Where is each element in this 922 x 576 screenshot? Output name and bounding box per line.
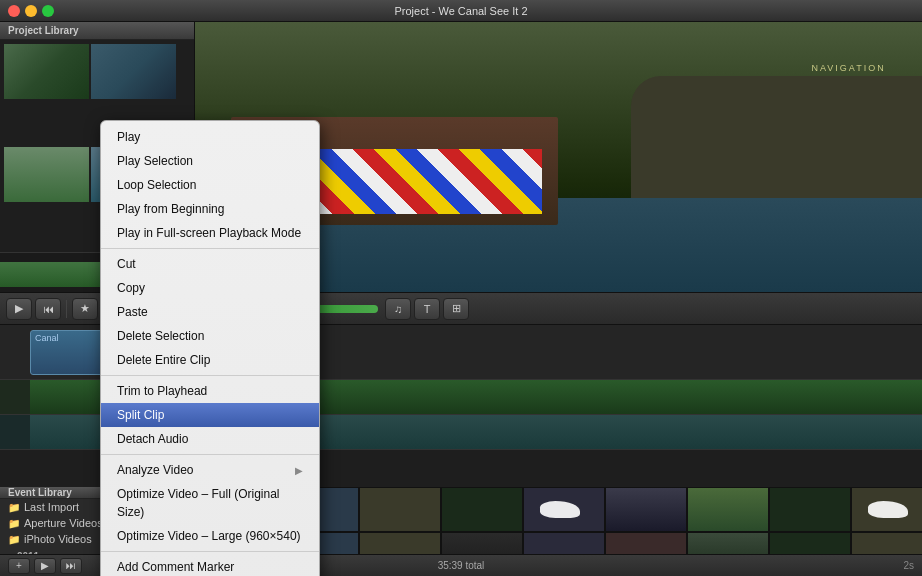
cm-optimize-large[interactable]: Optimize Video – Large (960×540): [101, 524, 319, 548]
film-thumb-8[interactable]: [769, 487, 851, 532]
total-duration: 35:39 total: [438, 560, 485, 571]
music-icon[interactable]: ♫: [385, 298, 411, 320]
theme-button[interactable]: ⊞: [443, 298, 469, 320]
star-button[interactable]: ★: [72, 298, 98, 320]
top-bar: Project - We Canal See It 2: [0, 0, 922, 22]
zoom-level: 2s: [903, 560, 914, 571]
project-thumb-1[interactable]: [4, 44, 89, 99]
swan-shape-1: [540, 501, 580, 518]
event-library-title: Event Library: [8, 487, 72, 498]
project-library-title: Project Library: [8, 25, 79, 36]
library-item-label-3: iPhoto Videos: [24, 533, 92, 545]
cm-loop-selection[interactable]: Loop Selection: [101, 173, 319, 197]
cm-play-fullscreen[interactable]: Play in Full-screen Playback Mode: [101, 221, 319, 245]
context-menu: Play Play Selection Loop Selection Play …: [100, 120, 320, 576]
cm-play[interactable]: Play: [101, 125, 319, 149]
skip-btn[interactable]: ⏭: [60, 558, 82, 574]
cm-analyze-video[interactable]: Analyze Video▶: [101, 458, 319, 482]
cm-add-comment[interactable]: Add Comment Marker: [101, 555, 319, 576]
text-button[interactable]: T: [414, 298, 440, 320]
film-thumb-5[interactable]: [523, 487, 605, 532]
add-button[interactable]: +: [8, 558, 30, 574]
cm-delete-selection[interactable]: Delete Selection: [101, 324, 319, 348]
play-button[interactable]: ▶: [6, 298, 32, 320]
clip-label: Canal: [35, 333, 59, 343]
cm-copy[interactable]: Copy: [101, 276, 319, 300]
cm-detach-audio[interactable]: Detach Audio: [101, 427, 319, 451]
film-thumb-9[interactable]: [851, 487, 922, 532]
cm-paste[interactable]: Paste: [101, 300, 319, 324]
library-item-label-2: Aperture Videos: [24, 517, 103, 529]
film-thumb-7[interactable]: [687, 487, 769, 532]
cm-play-selection[interactable]: Play Selection: [101, 149, 319, 173]
folder-icon-3: 📁: [8, 534, 20, 545]
status-left: + ▶ ⏭: [8, 558, 82, 574]
cm-split-clip[interactable]: Split Clip: [101, 403, 319, 427]
minimize-button[interactable]: [25, 5, 37, 17]
window-controls[interactable]: [8, 5, 54, 17]
rewind-button[interactable]: ⏮: [35, 298, 61, 320]
folder-icon: 📁: [8, 502, 20, 513]
maximize-button[interactable]: [42, 5, 54, 17]
cm-play-from-beginning[interactable]: Play from Beginning: [101, 197, 319, 221]
submenu-arrow: ▶: [295, 463, 303, 478]
close-button[interactable]: [8, 5, 20, 17]
toolbar-separator-1: [66, 300, 67, 318]
project-thumb-3[interactable]: [4, 147, 89, 202]
cm-optimize-full[interactable]: Optimize Video – Full (Original Size): [101, 482, 319, 524]
cm-sep-1: [101, 248, 319, 249]
film-thumb-6[interactable]: [605, 487, 687, 532]
cm-trim-playhead[interactable]: Trim to Playhead: [101, 379, 319, 403]
cm-sep-4: [101, 551, 319, 552]
project-library-header: Project Library: [0, 22, 194, 40]
folder-icon-2: 📁: [8, 518, 20, 529]
play-status-btn[interactable]: ▶: [34, 558, 56, 574]
window-title: Project - We Canal See It 2: [394, 5, 527, 17]
canal-bridge: [631, 76, 922, 211]
swan-shape-2: [868, 501, 908, 518]
navigation-sign: NAVIGATION: [811, 63, 885, 73]
cm-delete-clip[interactable]: Delete Entire Clip: [101, 348, 319, 372]
cm-cut[interactable]: Cut: [101, 252, 319, 276]
cm-sep-3: [101, 454, 319, 455]
project-thumb-2[interactable]: [91, 44, 176, 99]
library-item-label: Last Import: [24, 501, 79, 513]
film-thumb-4[interactable]: [441, 487, 523, 532]
film-thumb-3[interactable]: [359, 487, 441, 532]
cm-sep-2: [101, 375, 319, 376]
